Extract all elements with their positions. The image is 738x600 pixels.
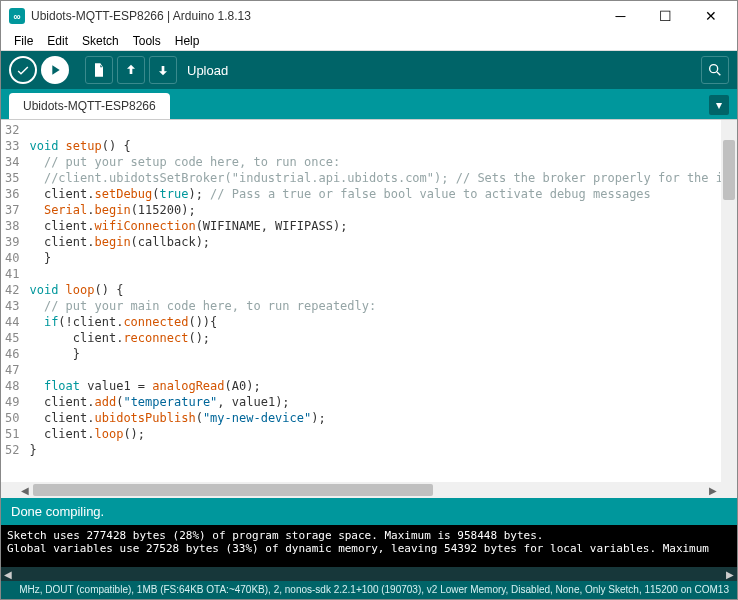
magnifier-icon: [707, 62, 723, 78]
console[interactable]: Sketch uses 277428 bytes (28%) of progra…: [1, 525, 737, 567]
arrow-up-icon: [123, 62, 139, 78]
hscroll-thumb[interactable]: [33, 484, 433, 496]
arrow-down-icon: [155, 62, 171, 78]
open-button[interactable]: [117, 56, 145, 84]
serial-monitor-button[interactable]: [701, 56, 729, 84]
console-line: Global variables use 27528 bytes (33%) o…: [7, 542, 731, 555]
horizontal-scrollbar[interactable]: ◀ ▶: [1, 482, 737, 498]
tab-menu-button[interactable]: ▾: [709, 95, 729, 115]
line-gutter: 3233343536373839404142434445464748495051…: [1, 120, 25, 482]
toolbar: Upload: [1, 51, 737, 89]
menu-tools[interactable]: Tools: [126, 32, 168, 50]
tabbar: Ubidots-MQTT-ESP8266 ▾: [1, 89, 737, 119]
board-status: MHz, DOUT (compatible), 1MB (FS:64KB OTA…: [1, 581, 737, 599]
titlebar: ∞ Ubidots-MQTT-ESP8266 | Arduino 1.8.13 …: [1, 1, 737, 31]
upload-button[interactable]: [41, 56, 69, 84]
editor[interactable]: 3233343536373839404142434445464748495051…: [1, 119, 737, 482]
arrow-right-icon: [47, 62, 63, 78]
verify-button[interactable]: [9, 56, 37, 84]
app-icon: ∞: [9, 8, 25, 24]
sketch-tab[interactable]: Ubidots-MQTT-ESP8266: [9, 93, 170, 119]
menubar: File Edit Sketch Tools Help: [1, 31, 737, 51]
scroll-right-icon[interactable]: ▶: [705, 485, 721, 496]
maximize-button[interactable]: ☐: [643, 2, 688, 30]
window-title: Ubidots-MQTT-ESP8266 | Arduino 1.8.13: [31, 9, 598, 23]
console-scroll-right-icon[interactable]: ▶: [723, 569, 737, 580]
compile-status: Done compiling.: [1, 498, 737, 525]
code-area[interactable]: void setup() { // put your setup code he…: [25, 120, 721, 482]
menu-edit[interactable]: Edit: [40, 32, 75, 50]
console-scroll-left-icon[interactable]: ◀: [1, 569, 15, 580]
new-button[interactable]: [85, 56, 113, 84]
console-line: Sketch uses 277428 bytes (28%) of progra…: [7, 529, 731, 542]
save-button[interactable]: [149, 56, 177, 84]
close-button[interactable]: ✕: [688, 2, 733, 30]
menu-sketch[interactable]: Sketch: [75, 32, 126, 50]
svg-point-0: [710, 65, 718, 73]
svg-line-1: [717, 72, 720, 75]
scroll-thumb[interactable]: [723, 140, 735, 200]
menu-file[interactable]: File: [7, 32, 40, 50]
vertical-scrollbar[interactable]: [721, 120, 737, 482]
console-scrollbar[interactable]: ◀ ▶: [1, 567, 737, 581]
minimize-button[interactable]: ─: [598, 2, 643, 30]
file-icon: [91, 62, 107, 78]
check-icon: [15, 62, 31, 78]
toolbar-label: Upload: [187, 63, 228, 78]
scroll-left-icon[interactable]: ◀: [17, 485, 33, 496]
menu-help[interactable]: Help: [168, 32, 207, 50]
